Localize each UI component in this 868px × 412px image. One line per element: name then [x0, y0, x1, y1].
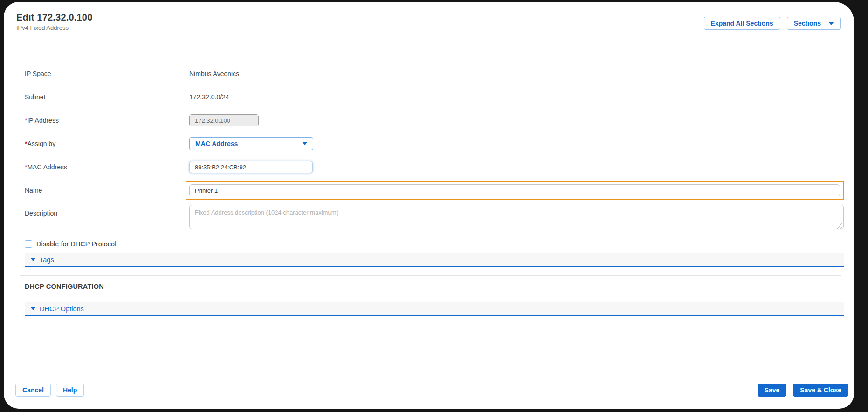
disable-dhcp-label: Disable for DHCP Protocol: [36, 240, 116, 248]
tags-section-label: Tags: [40, 256, 54, 264]
expand-all-sections-button[interactable]: Expand All Sections: [704, 17, 780, 30]
cancel-button[interactable]: Cancel: [15, 384, 51, 397]
dhcp-options-section-toggle[interactable]: DHCP Options: [25, 302, 844, 316]
subnet-row: Subnet 172.32.0.0/24: [25, 85, 844, 109]
assign-by-select[interactable]: MAC Address: [189, 137, 313, 150]
save-label: Save: [765, 386, 780, 394]
subnet-label: Subnet: [25, 93, 189, 101]
chevron-down-icon: [31, 307, 35, 310]
name-row: Name: [25, 179, 844, 202]
assign-by-selected-value: MAC Address: [195, 140, 238, 147]
page-header: Edit 172.32.0.100 IPv4 Fixed Address: [16, 12, 93, 31]
ip-address-label: *IP Address: [25, 117, 189, 124]
save-close-button[interactable]: Save & Close: [793, 384, 848, 397]
tags-section-toggle[interactable]: Tags: [25, 253, 844, 267]
save-button[interactable]: Save: [758, 384, 787, 397]
section-divider: [20, 275, 841, 276]
footer-left-actions: Cancel Help: [15, 384, 84, 397]
description-label: Description: [25, 205, 189, 217]
ip-space-row: IP Space Nimbus Aveonics: [25, 62, 844, 85]
chevron-down-icon: [828, 22, 834, 25]
page-title: Edit 172.32.0.100: [16, 12, 93, 23]
sections-label: Sections: [794, 20, 821, 27]
name-field-highlight-ring: [186, 181, 844, 200]
description-field-wrap: [189, 205, 844, 231]
help-button[interactable]: Help: [56, 384, 84, 397]
fixed-address-form: IP Space Nimbus Aveonics Subnet 172.32.0…: [25, 62, 844, 267]
page-subtitle: IPv4 Fixed Address: [16, 24, 93, 31]
dhcp-options-section-label: DHCP Options: [40, 305, 84, 313]
description-row: Description: [25, 205, 844, 234]
expand-all-sections-label: Expand All Sections: [711, 20, 773, 27]
help-label: Help: [63, 386, 77, 394]
chevron-down-icon: [303, 142, 307, 145]
mac-address-input[interactable]: [189, 161, 313, 173]
assign-by-label: *Assign by: [25, 140, 189, 147]
ip-space-value: Nimbus Aveonics: [189, 70, 239, 77]
cancel-label: Cancel: [22, 386, 44, 394]
name-input[interactable]: [189, 184, 840, 196]
footer-divider: [14, 370, 844, 370]
assign-by-row: *Assign by MAC Address: [25, 132, 844, 155]
mac-address-label: *MAC Address: [25, 163, 189, 171]
header-actions: Expand All Sections Sections: [704, 17, 841, 30]
chevron-down-icon: [31, 258, 35, 261]
name-label: Name: [25, 187, 189, 194]
disable-dhcp-checkbox[interactable]: [25, 240, 32, 248]
mac-address-row: *MAC Address: [25, 155, 844, 179]
footer-right-actions: Save Save & Close: [758, 384, 848, 397]
dhcp-configuration-heading: DHCP CONFIGURATION: [25, 283, 104, 290]
header-divider: [14, 47, 844, 47]
footer-actions: Cancel Help Save Save & Close: [15, 384, 848, 397]
ip-space-label: IP Space: [25, 70, 189, 77]
subnet-value: 172.32.0.0/24: [189, 93, 229, 101]
edit-fixed-address-panel: Edit 172.32.0.100 IPv4 Fixed Address Exp…: [4, 2, 854, 409]
ip-address-input: [189, 114, 259, 126]
description-textarea[interactable]: [189, 205, 844, 229]
ip-address-row: *IP Address: [25, 109, 844, 132]
disable-dhcp-row: Disable for DHCP Protocol: [25, 239, 844, 249]
sections-dropdown-button[interactable]: Sections: [787, 17, 841, 30]
save-close-label: Save & Close: [800, 386, 841, 394]
dhcp-options-section-wrap: DHCP Options: [25, 302, 844, 316]
